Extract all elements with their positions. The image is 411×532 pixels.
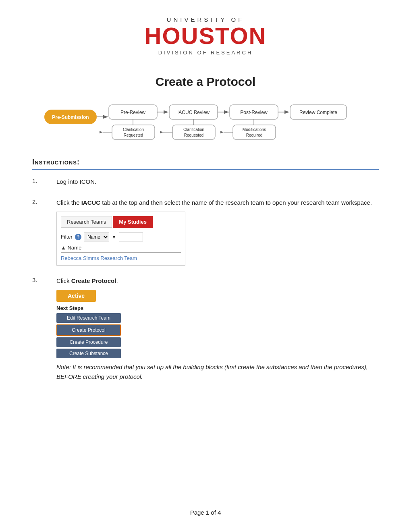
edit-research-team-button[interactable]: Edit Research Team <box>56 313 121 323</box>
team-link[interactable]: Rebecca Simms Research Team <box>61 255 181 261</box>
my-studies-tab[interactable]: My Studies <box>113 216 153 228</box>
svg-text:Requested: Requested <box>124 133 143 137</box>
step-2-content: Click the IACUC tab at the top and then … <box>56 198 379 269</box>
step-3: 3. Click Create Protocol. Active Next St… <box>32 276 379 386</box>
page-footer: Page 1 of 4 <box>32 493 379 516</box>
step-2-bold: IACUC <box>81 199 101 206</box>
step-2-num: 2. <box>32 198 56 205</box>
page: UNIVERSITY of HOUSTON DIVISION OF RESEAR… <box>0 0 411 532</box>
step-3-content: Click Create Protocol. Active Next Steps… <box>56 276 379 386</box>
svg-text:Modifications: Modifications <box>243 127 266 132</box>
step-1-num: 1. <box>32 177 56 184</box>
step-2: 2. Click the IACUC tab at the top and th… <box>32 198 379 269</box>
instructions-header: Instructions: <box>32 158 379 170</box>
create-protocol-button[interactable]: Create Protocol <box>56 324 121 336</box>
houston-logo: HOUSTON <box>145 23 267 49</box>
ui-tabs: Research Teams My Studies <box>61 216 181 228</box>
logo-area: UNIVERSITY of HOUSTON DIVISION OF RESEAR… <box>145 16 267 56</box>
university-line: UNIVERSITY of <box>145 16 267 23</box>
svg-text:Pre-Review: Pre-Review <box>120 110 145 115</box>
sort-row: ▲ Name <box>61 245 181 253</box>
workflow-diagram: Pre-Submission Pre-Review Clarification … <box>32 98 379 146</box>
filter-text-input[interactable] <box>119 233 143 241</box>
active-status-button[interactable]: Active <box>56 290 96 302</box>
create-substance-button[interactable]: Create Substance <box>56 349 121 358</box>
svg-text:IACUC Review: IACUC Review <box>177 110 210 115</box>
instructions-section: Instructions: 1. Log into ICON. 2. Click… <box>32 158 379 393</box>
next-steps-heading: Next Steps <box>56 305 145 311</box>
step-1: 1. Log into ICON. <box>32 177 379 191</box>
team-name-link[interactable]: Rebecca Simms Research Team <box>61 255 137 261</box>
create-procedure-button[interactable]: Create Procedure <box>56 337 121 347</box>
svg-text:Clarification: Clarification <box>183 127 204 132</box>
step-1-text: Log into ICON. <box>56 177 379 187</box>
step-3-bold: Create Protocol <box>71 277 116 284</box>
step-3-num: 3. <box>32 276 56 283</box>
svg-text:Pre-Submission: Pre-Submission <box>52 114 89 120</box>
note-text: Note: It is recommended that you set up … <box>56 362 379 382</box>
next-steps-mockup: Active Next Steps Edit Research Team Cre… <box>56 290 145 358</box>
step-1-content: Log into ICON. <box>56 177 379 191</box>
sort-name-label[interactable]: ▲ Name <box>61 245 81 251</box>
page-title: Create a Protocol <box>156 75 255 89</box>
filter-row: Filter ? Name ▼ <box>61 233 181 241</box>
filter-help-icon[interactable]: ? <box>75 234 81 240</box>
step-2-text: Click the IACUC tab at the top and then … <box>56 198 379 208</box>
svg-text:Review Complete: Review Complete <box>299 110 337 115</box>
svg-text:Post-Review: Post-Review <box>240 110 268 115</box>
filter-select[interactable]: Name <box>84 233 109 241</box>
svg-text:Clarification: Clarification <box>123 127 144 132</box>
svg-text:Requested: Requested <box>184 133 203 137</box>
page-number: Page 1 of 4 <box>190 509 221 516</box>
filter-label: Filter <box>61 234 73 240</box>
svg-text:Required: Required <box>246 133 263 137</box>
division-line: DIVISION OF RESEARCH <box>145 50 267 56</box>
research-teams-tab[interactable]: Research Teams <box>61 216 112 228</box>
research-teams-mockup: Research Teams My Studies Filter ? Name … <box>56 212 185 266</box>
step-3-text: Click Create Protocol. <box>56 276 379 286</box>
dropdown-arrow-icon: ▼ <box>112 234 116 240</box>
